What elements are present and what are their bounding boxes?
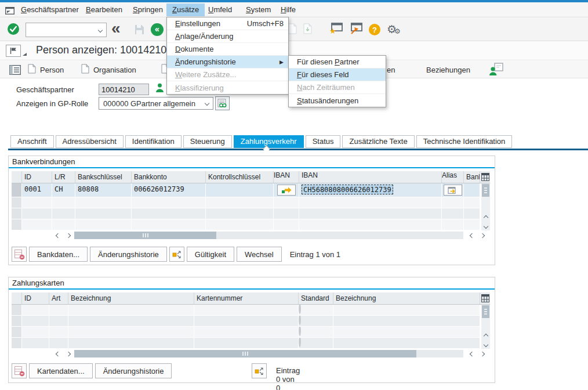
settings-icon[interactable]: ⚙ ⚙	[387, 23, 402, 37]
kartendaten-button[interactable]: Kartendaten...	[29, 363, 93, 378]
scroll-left-button[interactable]	[53, 232, 63, 239]
cell-bankschluessel[interactable]: 80808	[75, 183, 132, 197]
column-header-art[interactable]: Art	[49, 292, 68, 304]
column-selector-header[interactable]	[12, 171, 22, 183]
tab-zusaetzliche-texte[interactable]: Zusätzliche Texte	[342, 135, 414, 148]
delete-row-button[interactable]	[12, 363, 27, 378]
command-field[interactable]	[26, 23, 107, 37]
column-header-iban[interactable]: IBAN	[299, 171, 442, 183]
tab-identifikation[interactable]: Identifikation	[125, 135, 182, 148]
column-header-kartennummer[interactable]: Kartennummer	[194, 292, 299, 304]
submenu-item-statusaenderungen[interactable]: Statusänderungen	[289, 94, 386, 107]
scroll-up-button[interactable]	[482, 213, 489, 222]
column-selector-header[interactable]	[12, 292, 22, 304]
gueltigkeit-button[interactable]: Gültigkeit	[187, 247, 234, 262]
scroll-right-button[interactable]	[478, 350, 487, 358]
menu-umfeld[interactable]: Umfeld	[202, 3, 238, 16]
scroll-thumb[interactable]	[482, 305, 489, 318]
bank-hscrollbar[interactable]	[12, 230, 490, 240]
tab-steuerung[interactable]: Steuerung	[183, 135, 232, 148]
standard-radio[interactable]	[299, 316, 301, 325]
scroll-right-button[interactable]	[64, 350, 73, 358]
column-header-bankschluessel[interactable]: Bankschlüssel	[75, 171, 132, 183]
menu-hilfe[interactable]: Hilfe	[275, 3, 302, 16]
scroll-track[interactable]	[74, 350, 463, 358]
role-display-icon[interactable]	[215, 96, 230, 110]
cell-kontrollschluessel[interactable]	[206, 183, 274, 197]
scroll-right-button[interactable]	[64, 232, 73, 239]
standard-radio[interactable]	[299, 338, 301, 347]
column-header-alias[interactable]: Alias	[442, 171, 464, 183]
row-selector[interactable]	[12, 327, 22, 338]
services-for-object-dropdown-icon[interactable]	[21, 45, 28, 57]
standard-radio[interactable]	[299, 327, 301, 336]
scroll-left-button[interactable]	[53, 350, 63, 358]
column-header-id[interactable]: ID	[22, 292, 49, 304]
menu-bearbeiten[interactable]: Bearbeiten	[80, 3, 128, 16]
aenderungshistorie-button[interactable]: Änderungshistorie	[90, 247, 167, 262]
bankdaten-button[interactable]: Bankdaten...	[29, 247, 88, 262]
cards-hscrollbar[interactable]	[12, 349, 490, 359]
cell-lr[interactable]: CH	[52, 183, 75, 197]
cell-iban[interactable]: CH5680808006626012739	[299, 183, 442, 197]
aenderungshistorie-button[interactable]: Änderungshistorie	[95, 363, 172, 378]
enter-icon[interactable]	[7, 23, 20, 38]
chevron-down-icon[interactable]	[205, 101, 209, 106]
column-header-bank[interactable]: Bank	[464, 171, 480, 183]
menu-zusaetze[interactable]: Zusätze	[166, 3, 205, 16]
person-button[interactable]: Person	[28, 63, 64, 76]
cell-id[interactable]: 0001	[22, 183, 52, 197]
scroll-left-button[interactable]	[467, 232, 477, 239]
column-header-id[interactable]: ID	[22, 171, 52, 183]
menu-springen[interactable]: Springen	[127, 3, 169, 16]
row-selector[interactable]	[12, 219, 22, 230]
help-icon[interactable]: ?	[369, 24, 380, 35]
column-header-standard[interactable]: Standard	[299, 292, 333, 304]
scroll-up-button[interactable]	[482, 331, 489, 340]
services-for-object-icon[interactable]	[6, 45, 21, 57]
command-input[interactable]	[28, 26, 99, 34]
scroll-down-button[interactable]	[482, 340, 489, 349]
partner-field[interactable]	[99, 84, 149, 95]
create-shortcut-icon[interactable]	[349, 23, 362, 37]
menu-item-anlage-aenderung[interactable]: Anlage/Änderung	[167, 30, 288, 43]
beziehungen-button[interactable]: Beziehungen	[426, 63, 470, 76]
menu-item-dokumente[interactable]: Dokumente	[167, 43, 288, 56]
column-header-iban-btn[interactable]: IBAN	[274, 171, 299, 183]
tab-zahlungsverkehr[interactable]: Zahlungsverkehr	[234, 135, 304, 148]
locator-icon[interactable]	[9, 63, 21, 76]
bank-vscrollbar[interactable]	[481, 183, 490, 230]
new-session-icon[interactable]: ★	[329, 23, 343, 37]
row-selector[interactable]	[12, 183, 22, 197]
alias-button[interactable]	[444, 185, 462, 196]
submenu-item-fuer-dieses-feld[interactable]: Für dieses Feld	[289, 68, 386, 81]
tab-anschrift[interactable]: Anschrift	[10, 135, 54, 148]
menu-item-einstellungen[interactable]: Einstellungen Umsch+F8	[167, 17, 288, 30]
menu-geschaeftspartner[interactable]: Geschäftspartner	[15, 3, 85, 16]
expand-entries-icon[interactable]	[169, 247, 184, 262]
column-header-bezeichnung2[interactable]: Bezeichnung	[333, 292, 480, 304]
menu-system[interactable]: System	[240, 3, 277, 16]
organisation-button[interactable]: Organisation	[81, 63, 136, 76]
submenu-item-fuer-diesen-partner[interactable]: Für diesen Partner	[289, 56, 386, 68]
partially-hidden-button[interactable]: en	[387, 63, 395, 76]
expand-entries-icon[interactable]	[252, 363, 267, 378]
column-header-kontrollschluessel[interactable]: Kontrollschlüssel	[206, 171, 274, 183]
cards-vscrollbar[interactable]	[481, 305, 490, 349]
tab-adressuebersicht[interactable]: Adressübersicht	[56, 135, 124, 148]
tab-status[interactable]: Status	[306, 135, 341, 148]
scroll-thumb[interactable]	[74, 232, 216, 239]
column-header-lr[interactable]: L/R	[52, 171, 75, 183]
scroll-down-button[interactable]	[482, 222, 489, 230]
scroll-left-button[interactable]	[467, 350, 477, 358]
cell-bankkonto[interactable]: 006626012739	[132, 183, 206, 197]
scroll-right-button[interactable]	[478, 232, 487, 239]
column-header-bezeichnung[interactable]: Bezeichnung	[68, 292, 194, 304]
back-icon[interactable]: «	[111, 19, 119, 38]
tab-technische-identifikation[interactable]: Technische Identifikation	[416, 135, 513, 148]
row-selector[interactable]	[12, 197, 22, 208]
scroll-thumb[interactable]	[74, 350, 416, 358]
row-selector[interactable]	[12, 338, 22, 349]
row-selector[interactable]	[12, 305, 22, 316]
table-settings-icon[interactable]	[481, 294, 489, 305]
